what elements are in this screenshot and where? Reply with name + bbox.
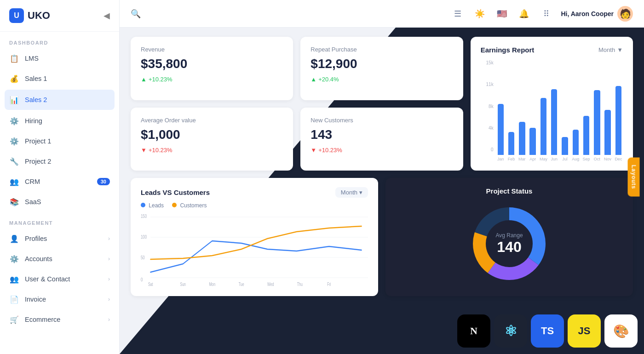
sidebar-item-user-contact[interactable]: 👥 User & Contact › <box>0 269 119 289</box>
sidebar-item-hiring[interactable]: ⚙️ Hiring <box>0 111 119 131</box>
grid-icon[interactable]: ⠿ <box>539 6 553 21</box>
sidebar-item-label: Project 2 <box>25 158 51 165</box>
svg-text:50: 50 <box>141 255 145 261</box>
customers-legend-item: Customers <box>172 202 207 209</box>
bars-container: JanFebMarAprMayJunJulAugSepOctNovDec <box>496 60 623 161</box>
react-icon[interactable]: ⚛ <box>494 314 527 348</box>
svg-text:Mon: Mon <box>209 282 215 287</box>
user-info[interactable]: Hi, Aaron Cooper 🧑 <box>561 6 633 22</box>
avg-value: 140 <box>495 239 523 256</box>
theme-icon[interactable]: ☀️ <box>472 6 487 21</box>
y-label: 11k <box>481 82 494 87</box>
month-select[interactable]: Month ▼ <box>598 46 623 53</box>
project1-icon: ⚙️ <box>9 136 19 146</box>
user-name: Hi, Aaron Cooper <box>561 10 614 17</box>
svg-text:100: 100 <box>141 234 147 240</box>
hiring-icon: ⚙️ <box>9 116 19 126</box>
content-wrapper: Revenue $35,800 ▲ +10.23% Repeat Purchas… <box>120 28 644 354</box>
javascript-icon[interactable]: JS <box>568 314 601 348</box>
bell-icon[interactable]: 🔔 <box>517 6 531 21</box>
typescript-icon[interactable]: TS <box>531 314 564 348</box>
sidebar-item-label: SaaS <box>25 198 41 206</box>
svg-text:Sun: Sun <box>180 282 186 287</box>
donut-chart: Avg Range 140 <box>468 202 551 285</box>
up-arrow-icon: ▲ <box>310 76 316 83</box>
avg-order-value: $1,000 <box>141 127 283 142</box>
sidebar-item-sales2[interactable]: 📊 Sales 2 <box>5 90 115 110</box>
leads-legend-item: Leads <box>141 202 164 209</box>
svg-text:Tue: Tue <box>239 282 244 287</box>
tech-icons-bar: N ⚛ TS JS 🎨 <box>451 308 644 354</box>
figma-icon[interactable]: 🎨 <box>604 314 638 348</box>
y-label: 8k <box>481 104 494 109</box>
bar-column: Dec <box>614 60 623 161</box>
avg-order-label: Average Order value <box>141 117 283 124</box>
sidebar-item-lms[interactable]: 📋 LMS <box>0 48 119 69</box>
sidebar-item-saas[interactable]: 📚 SaaS <box>0 192 119 212</box>
y-label: 4k <box>481 126 494 131</box>
bar <box>573 130 579 155</box>
bar-x-label: Feb <box>508 157 515 161</box>
leads-title: Leads VS Customers <box>141 188 210 196</box>
sidebar-item-ecommerce[interactable]: 🛒 Ecommerce › <box>0 309 119 330</box>
bar-x-label: Nov <box>604 157 611 161</box>
sidebar-item-label: CRM <box>25 178 40 185</box>
y-label: 0 <box>481 147 494 152</box>
chevron-down-icon: ▾ <box>359 189 362 196</box>
sidebar-item-profiles[interactable]: 👤 Profiles › <box>0 228 119 249</box>
chevron-icon: › <box>108 256 110 262</box>
collapse-button[interactable]: ◀ <box>104 11 110 21</box>
bars-area: JanFebMarAprMayJunJulAugSepOctNovDec <box>496 60 623 161</box>
nextjs-icon[interactable]: N <box>457 314 490 348</box>
project-card: Project Status <box>385 178 633 296</box>
menu-icon[interactable]: ☰ <box>450 6 465 21</box>
chevron-icon: › <box>108 235 110 242</box>
ecommerce-icon: 🛒 <box>9 314 19 325</box>
bar-chart: 15k 11k 8k 4k 0 JanFebMarAprMayJunJulAug… <box>481 60 623 161</box>
sidebar-item-accounts[interactable]: ⚙️ Accounts › <box>0 249 119 269</box>
svg-text:Thu: Thu <box>297 282 303 287</box>
up-arrow-icon: ▲ <box>141 76 147 83</box>
bar-column: Sep <box>582 60 591 161</box>
bar-column: Mar <box>518 60 526 161</box>
bar-x-label: Mar <box>518 157 526 161</box>
flag-icon[interactable]: 🇺🇸 <box>494 6 509 21</box>
new-customers-label: New Customers <box>310 117 453 124</box>
svg-text:150: 150 <box>141 213 147 219</box>
sidebar-item-project1[interactable]: ⚙️ Project 1 <box>0 131 119 151</box>
bar-column: Nov <box>603 60 612 161</box>
sales2-icon: 📊 <box>9 95 19 105</box>
sidebar: U UKO ◀ DASHBOARD 📋 LMS 💰 Sales 1 📊 Sale… <box>0 0 120 354</box>
y-axis: 15k 11k 8k 4k 0 <box>481 60 494 161</box>
chevron-icon: › <box>108 316 110 323</box>
bar-column: Aug <box>571 60 580 161</box>
bar <box>562 137 568 155</box>
earnings-card: Earnings Report Month ▼ 15k 11k 8k 4k <box>471 37 633 171</box>
user-avatar: 🧑 <box>617 6 633 22</box>
layouts-tab[interactable]: Layouts <box>627 157 639 196</box>
revenue-value: $35,800 <box>141 57 283 71</box>
leads-dot <box>141 203 145 207</box>
bar-column: Feb <box>507 60 516 161</box>
stat-card-new-customers: New Customers 143 ▼ +10.23% <box>300 108 463 171</box>
revenue-label: Revenue <box>141 46 283 53</box>
sidebar-item-label: Sales 1 <box>25 75 47 82</box>
bar-column: Apr <box>529 60 537 161</box>
line-chart: 150 100 50 0 <box>141 213 368 287</box>
bar-column: Jan <box>496 60 505 161</box>
avg-label: Avg Range <box>495 232 523 239</box>
search-icon: 🔍 <box>131 9 141 19</box>
project2-icon: 🔧 <box>9 156 19 166</box>
sidebar-item-project2[interactable]: 🔧 Project 2 <box>0 151 119 171</box>
bar <box>594 90 600 155</box>
sidebar-item-invoice[interactable]: 📄 Invoice › <box>0 289 119 309</box>
saas-icon: 📚 <box>9 197 19 207</box>
sidebar-item-label: LMS <box>25 55 39 62</box>
bar-x-label: Jan <box>497 157 504 161</box>
bar <box>615 86 621 155</box>
avg-order-change: ▼ +10.23% <box>141 147 283 154</box>
chevron-icon: › <box>108 276 110 282</box>
sidebar-item-sales1[interactable]: 💰 Sales 1 <box>0 69 119 89</box>
leads-month-button[interactable]: Month ▾ <box>335 187 368 198</box>
sidebar-item-crm[interactable]: 👥 CRM 30 <box>0 171 119 192</box>
